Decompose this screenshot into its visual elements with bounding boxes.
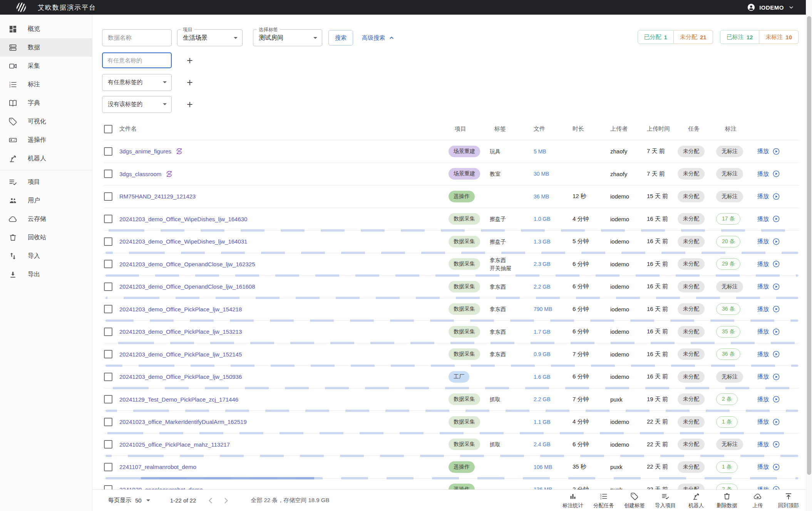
row-checkbox[interactable] [104,395,112,403]
advanced-search-toggle[interactable]: 高级搜索 [362,34,395,42]
play-button[interactable]: 播放 [757,238,799,245]
row-checkbox[interactable] [104,282,112,291]
sidebar-item-用户[interactable]: 用户 [0,191,92,210]
file-size-link[interactable]: 30 MB [534,171,549,177]
file-size-link[interactable]: 0.9 GB [534,351,551,357]
play-button[interactable]: 播放 [757,193,799,200]
play-button[interactable]: 播放 [757,148,799,155]
row-checkbox[interactable] [104,260,112,268]
action-机器人[interactable]: 机器人 [681,492,712,509]
file-name-link[interactable]: 20241025_office_PickPlace_mahz_113217 [119,441,230,448]
any-name-input[interactable] [102,52,172,68]
row-checkbox[interactable] [104,147,112,156]
tag-select[interactable]: 选择标签 测试房间 [253,29,322,46]
file-size-link[interactable]: 106 MB [534,464,552,470]
row-checkbox[interactable] [104,350,112,358]
action-创建标签[interactable]: 创建标签 [619,492,650,509]
sidebar-item-项目[interactable]: 项目 [0,173,92,191]
action-分配任务[interactable]: 123分配任务 [588,492,619,509]
file-name-link[interactable]: 3dgs_classroom [119,171,161,177]
play-button[interactable]: 播放 [757,350,799,358]
row-checkbox[interactable] [104,170,112,178]
sidebar-item-导入[interactable]: 导入 [0,247,92,265]
play-button[interactable]: 播放 [757,260,799,268]
file-name-link[interactable]: 2241107_realmanrobot_demo [119,464,196,470]
row-checkbox[interactable] [104,463,112,471]
add-condition-button[interactable]: + [183,98,196,111]
sidebar-item-采集[interactable]: 采集 [0,57,92,75]
stat-badge-已标注[interactable]: 已标注12 [720,30,760,44]
action-删除数据[interactable]: 删除数据 [712,492,742,509]
sidebar-item-数据[interactable]: 数据 [0,38,92,57]
user-menu[interactable]: IODEMO [747,3,796,12]
file-name-link[interactable]: 3dgs_anime_figures [119,148,171,155]
play-button[interactable]: 播放 [757,440,799,448]
row-checkbox[interactable] [104,373,112,381]
file-name-link[interactable]: 20241203_demo_Office_PickPlace_ljw_15421… [119,306,242,313]
search-button[interactable]: 搜索 [328,30,353,45]
stat-badge-未分配[interactable]: 未分配21 [674,30,713,44]
file-name-link[interactable]: 20241203_demo_Office_PickPlace_ljw_15093… [119,373,242,380]
play-button[interactable]: 播放 [757,305,799,313]
add-condition-button[interactable]: + [183,54,196,67]
add-condition-button[interactable]: + [183,76,196,89]
action-导入项目[interactable]: 导入项目 [650,492,681,509]
sidebar-item-可视化[interactable]: 可视化 [0,112,92,131]
sidebar-item-回收站[interactable]: 回收站 [0,228,92,247]
prev-page-button[interactable] [206,496,215,505]
action-标注统计[interactable]: 标注统计 [558,492,588,509]
file-size-link[interactable]: 790 MB [534,306,552,312]
row-checkbox[interactable] [104,418,112,426]
file-name-link[interactable]: 20241203_demo_Office_OpenandClose_ljw_16… [119,283,255,290]
file-size-link[interactable]: 1.1 GB [534,419,551,425]
without-tag-select[interactable]: 没有该标签的 [102,96,172,113]
file-size-link[interactable]: 1.6 GB [534,374,551,380]
stat-badge-未标注[interactable]: 未标注10 [759,30,799,44]
sidebar-item-遥操作[interactable]: 遥操作 [0,131,92,149]
sidebar-item-字典[interactable]: 字典 [0,94,92,112]
select-all-checkbox[interactable] [104,125,112,133]
file-name-link[interactable]: 20241129_Test_Demo_PickPlace_zcj_171446 [119,396,238,403]
file-size-link[interactable]: 1.3 GB [534,239,551,245]
file-name-link[interactable]: 20241203_demo_Office_OpenandClose_ljw_16… [119,261,255,267]
row-checkbox[interactable] [104,237,112,246]
file-size-link[interactable]: 2.2 GB [534,284,551,290]
file-name-link[interactable]: 20241023_office_MarkerIdentifyDualArm_16… [119,419,247,425]
file-size-link[interactable]: 1.7 GB [534,329,551,335]
row-checkbox[interactable] [104,328,112,336]
file-size-link[interactable]: 2.3 GB [534,261,551,267]
data-name-input[interactable] [102,29,172,46]
file-name-link[interactable]: RM75HAND_241129_121423 [119,193,196,200]
play-button[interactable]: 播放 [757,395,799,403]
sidebar-item-机器人[interactable]: 机器人 [0,149,92,168]
play-button[interactable]: 播放 [757,373,799,381]
play-button[interactable]: 播放 [757,283,799,291]
any-tag-select[interactable]: 有任意标签的 [102,74,172,91]
action-上传[interactable]: 上传 [742,492,773,509]
sidebar-item-标注[interactable]: 123标注 [0,75,92,94]
file-name-link[interactable]: 20241203_demo_Office_PickPlace_ljw_15214… [119,351,242,358]
sidebar-item-概览[interactable]: 概览 [0,20,92,38]
file-size-link[interactable]: 1.0 GB [534,216,551,222]
file-name-link[interactable]: 20241203_demo_Office_PickPlace_ljw_15321… [119,328,242,335]
sidebar-item-导出[interactable]: 导出 [0,265,92,284]
play-button[interactable]: 播放 [757,215,799,223]
file-name-link[interactable]: 20241203_demo_Office_WipeDishes_ljw_1646… [119,216,247,222]
per-page-select[interactable]: 每页显示 50 [108,497,150,504]
row-checkbox[interactable] [104,215,112,223]
file-size-link[interactable]: 36 MB [534,193,549,200]
stat-badge-已分配[interactable]: 已分配1 [638,30,674,44]
row-checkbox[interactable] [104,305,112,313]
row-checkbox[interactable] [104,192,112,201]
play-button[interactable]: 播放 [757,418,799,426]
file-size-link[interactable]: 2.4 GB [534,441,551,447]
play-button[interactable]: 播放 [757,170,799,178]
project-select[interactable]: 项目 生活场景 [177,29,243,46]
next-page-button[interactable] [221,496,231,505]
play-button[interactable]: 播放 [757,328,799,336]
row-checkbox[interactable] [104,440,112,449]
file-size-link[interactable]: 2.2 GB [534,396,551,402]
file-name-link[interactable]: 20241203_demo_Office_WipeDishes_ljw_1640… [119,238,247,245]
action-回到顶部[interactable]: 回到顶部 [773,492,804,509]
scrollbar-thumb[interactable] [807,16,811,475]
